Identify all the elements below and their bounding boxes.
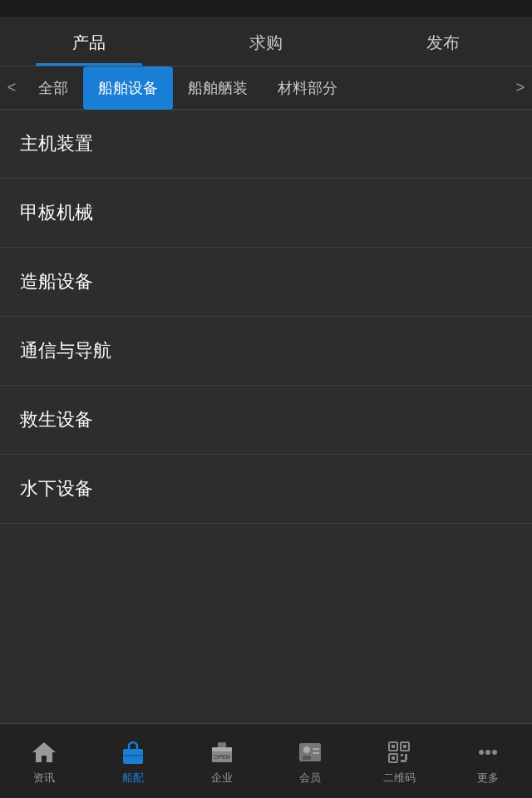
status-bar [0,0,532,17]
svg-rect-16 [403,745,406,748]
open-icon: OPEN [207,737,237,767]
svg-rect-19 [405,754,407,760]
home-icon [29,737,59,767]
sub-tabs-bar: < 全部 船舶设备 船舶舾装 材料部分 > [0,66,532,110]
nav-item-news[interactable]: 资讯 [0,724,89,798]
sub-tab-ship-fitting[interactable]: 船舶舾装 [173,66,263,110]
nav-item-enterprise[interactable]: OPEN 企业 [177,724,266,798]
sub-tab-materials[interactable]: 材料部分 [263,66,352,110]
tab-publish[interactable]: 发布 [355,17,532,66]
svg-rect-17 [392,756,395,760]
member-icon [295,737,325,767]
nav-item-qrcode[interactable]: 二维码 [355,724,444,798]
list-item-main-engine[interactable]: 主机装置 [0,110,532,179]
svg-rect-4 [212,747,232,751]
nav-item-ship[interactable]: 船配 [89,724,178,798]
svg-point-22 [485,750,490,755]
sub-tab-ship-equipment[interactable]: 船舶设备 [83,66,173,110]
svg-text:OPEN: OPEN [214,754,230,760]
more-icon [473,737,503,767]
nav-item-member[interactable]: 会员 [266,724,355,798]
svg-rect-20 [401,760,406,762]
svg-rect-9 [303,756,311,760]
bottom-nav: 资讯 船配 OPEN 企业 [0,723,532,798]
bag-icon [118,737,148,767]
svg-rect-5 [218,742,226,747]
list-item-shipbuilding[interactable]: 造船设备 [0,248,532,317]
tab-buying[interactable]: 求购 [177,17,354,66]
svg-rect-15 [392,745,395,748]
sub-tab-all[interactable]: 全部 [23,66,83,110]
list-item-underwater[interactable]: 水下设备 [0,455,532,524]
list-item-deck-machinery[interactable]: 甲板机械 [0,179,532,248]
svg-point-23 [492,750,497,755]
svg-point-8 [303,746,310,753]
qr-icon [384,737,414,767]
svg-point-21 [479,750,484,755]
sub-tabs-prev[interactable]: < [0,79,23,96]
svg-rect-18 [401,754,403,756]
category-list: 主机装置 甲板机械 造船设备 通信与导航 救生设备 水下设备 [0,110,532,723]
top-tabs: 产品 求购 发布 [0,17,532,66]
svg-marker-0 [32,742,56,762]
sub-tabs-inner: 全部 船舶设备 船舶舾装 材料部分 [23,66,509,110]
nav-item-more[interactable]: 更多 [443,724,532,798]
list-item-communication[interactable]: 通信与导航 [0,317,532,386]
tab-products[interactable]: 产品 [0,17,177,66]
svg-rect-1 [123,749,143,764]
list-item-lifesaving[interactable]: 救生设备 [0,386,532,455]
sub-tabs-next[interactable]: > [509,79,532,96]
